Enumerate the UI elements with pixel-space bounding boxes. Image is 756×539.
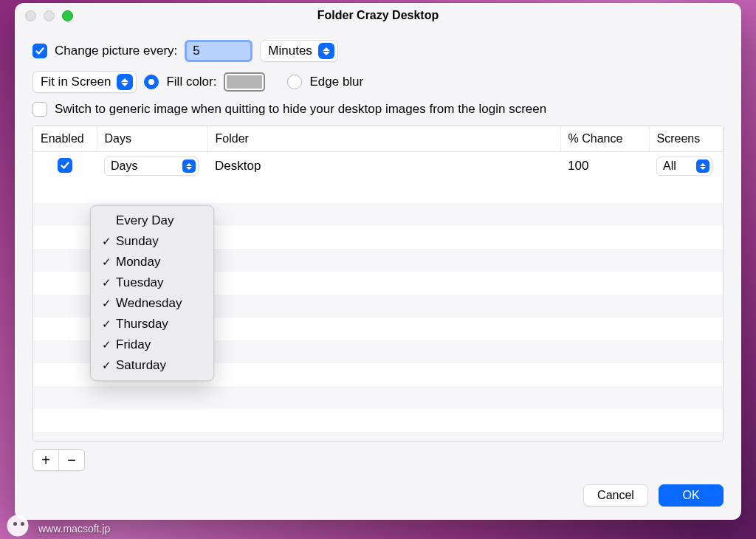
- table-header-screens[interactable]: Screens: [649, 126, 723, 152]
- fill-color-label: Fill color:: [166, 75, 216, 89]
- days-option-sunday[interactable]: ✓ Sunday: [91, 231, 213, 252]
- fit-mode-value: Fit in Screen: [41, 75, 111, 89]
- days-option-thursday[interactable]: ✓ Thursday: [91, 314, 213, 334]
- days-option-every-day[interactable]: Every Day: [91, 210, 213, 231]
- titlebar: Folder Crazy Desktop: [15, 3, 741, 28]
- chevron-updown-icon: [182, 159, 196, 173]
- row-screens-select[interactable]: All: [656, 157, 712, 176]
- cell-enabled: [33, 152, 97, 181]
- cell-chance[interactable]: 100: [560, 152, 649, 181]
- days-option-label: Every Day: [116, 213, 173, 228]
- days-option-label: Monday: [116, 255, 160, 270]
- check-icon: ✓: [101, 255, 111, 269]
- interval-unit-select[interactable]: Minutes: [260, 40, 338, 62]
- check-icon: ✓: [101, 338, 111, 351]
- days-option-wednesday[interactable]: ✓ Wednesday: [91, 293, 213, 314]
- days-option-tuesday[interactable]: ✓ Tuesday: [91, 272, 213, 293]
- days-option-friday[interactable]: ✓ Friday: [91, 334, 213, 355]
- chevron-updown-icon: [318, 43, 334, 59]
- check-icon: ✓: [101, 297, 111, 310]
- interval-unit-value: Minutes: [268, 44, 312, 58]
- cancel-button[interactable]: Cancel: [583, 484, 648, 507]
- close-icon[interactable]: [25, 10, 36, 21]
- fill-color-radio[interactable]: [144, 75, 159, 89]
- add-remove-group: + −: [32, 442, 724, 471]
- days-option-label: Tuesday: [116, 275, 164, 290]
- fit-mode-select[interactable]: Fit in Screen: [32, 71, 137, 93]
- row-days-select[interactable]: Days: [104, 157, 199, 176]
- table-header-chance[interactable]: % Chance: [560, 126, 649, 152]
- generic-image-label: Switch to generic image when quitting to…: [55, 102, 546, 117]
- row-enabled-checkbox[interactable]: [58, 158, 72, 173]
- change-picture-row: Change picture every: Minutes: [32, 40, 724, 62]
- fit-fill-row: Fit in Screen Fill color: Edge blur: [32, 71, 724, 93]
- add-row-button[interactable]: +: [33, 450, 58, 470]
- cell-folder[interactable]: Desktop: [207, 152, 560, 181]
- window-title: Folder Crazy Desktop: [15, 9, 741, 22]
- footer-buttons: Cancel OK: [32, 484, 724, 507]
- days-option-label: Friday: [116, 337, 151, 352]
- chevron-updown-icon: [117, 74, 133, 90]
- days-option-label: Saturday: [116, 358, 166, 373]
- fill-color-well[interactable]: [224, 72, 265, 92]
- days-option-monday[interactable]: ✓ Monday: [91, 252, 213, 272]
- generic-image-checkbox[interactable]: [32, 102, 47, 117]
- days-option-label: Wednesday: [116, 296, 182, 311]
- row-days-value: Days: [111, 159, 137, 173]
- watermark-text: www.macsoft.jp: [38, 523, 110, 535]
- row-screens-value: All: [663, 159, 676, 173]
- edge-blur-label: Edge blur: [309, 75, 363, 89]
- check-icon: ✓: [101, 359, 111, 372]
- chevron-updown-icon: [696, 159, 709, 173]
- table-header-enabled[interactable]: Enabled: [33, 126, 97, 152]
- ok-button[interactable]: OK: [659, 484, 724, 507]
- table-header-folder[interactable]: Folder: [207, 126, 560, 152]
- table-header-row: Enabled Days Folder % Chance Screens: [33, 126, 723, 152]
- cell-days: Days: [97, 152, 207, 181]
- change-picture-label: Change picture every:: [55, 44, 177, 58]
- minimize-icon[interactable]: [44, 10, 55, 21]
- check-icon: ✓: [101, 276, 111, 289]
- generic-image-row: Switch to generic image when quitting to…: [32, 102, 724, 117]
- check-icon: ✓: [101, 317, 111, 331]
- interval-input[interactable]: [185, 40, 252, 62]
- zoom-icon[interactable]: [62, 10, 73, 21]
- table-header-days[interactable]: Days: [97, 126, 207, 152]
- remove-row-button[interactable]: −: [59, 450, 84, 470]
- table-row[interactable]: Days Desktop 100 All: [33, 152, 723, 181]
- edge-blur-radio[interactable]: [287, 75, 302, 89]
- cell-screens: All: [649, 152, 723, 181]
- check-icon: ✓: [101, 235, 111, 248]
- traffic-lights: [25, 10, 73, 21]
- days-dropdown-menu: Every Day ✓ Sunday ✓ Monday ✓ Tuesday ✓ …: [90, 205, 214, 381]
- days-option-label: Sunday: [116, 234, 159, 249]
- days-option-saturday[interactable]: ✓ Saturday: [91, 355, 213, 376]
- change-picture-checkbox[interactable]: [32, 44, 47, 58]
- days-option-label: Thursday: [116, 317, 168, 332]
